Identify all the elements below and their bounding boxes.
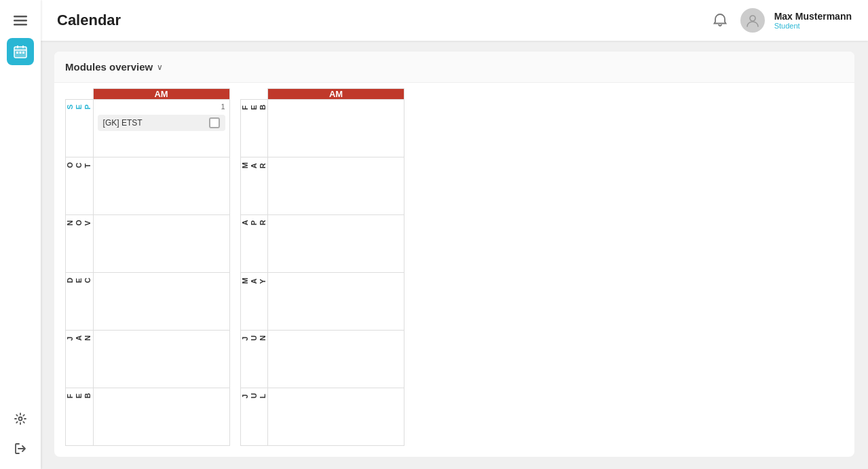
- data-cell-oct-col1: [93, 157, 229, 215]
- modules-overview-label[interactable]: Modules overview: [65, 61, 153, 73]
- calendar-grid: AM AM SEP: [54, 83, 854, 457]
- data-cell-feb-col3: [268, 100, 404, 157]
- table-row: NOV APR: [66, 215, 404, 273]
- settings-icon[interactable]: [8, 407, 33, 431]
- svg-point-11: [750, 16, 755, 21]
- modules-overview-bar[interactable]: Modules overview ∨: [54, 52, 854, 83]
- sidebar: [0, 0, 41, 469]
- data-cell-dec-col1: [93, 273, 229, 331]
- logout-icon[interactable]: [8, 436, 33, 461]
- data-cell-jan-col1: [93, 331, 229, 388]
- data-cell-nov-col1: [93, 215, 229, 273]
- page-title: Calendar: [57, 12, 121, 29]
- svg-rect-9: [22, 52, 24, 54]
- month-label-may: MAY: [240, 273, 268, 331]
- table-row: OCT MAR: [66, 157, 404, 215]
- svg-rect-0: [14, 16, 27, 18]
- svg-rect-2: [14, 24, 27, 26]
- sidebar-bottom-actions: [8, 407, 33, 461]
- month-label-jun: JUN: [240, 331, 268, 388]
- user-name: Max Mustermann: [774, 11, 852, 22]
- month-label-apr: APR: [240, 215, 268, 273]
- svg-rect-8: [20, 52, 22, 54]
- data-cell-apr-col3: [268, 215, 404, 273]
- col3-header: AM: [268, 89, 404, 100]
- svg-rect-7: [16, 52, 18, 54]
- month-label-jul: JUL: [240, 388, 268, 446]
- month-label-jan: JAN: [66, 331, 94, 388]
- data-cell-sep-col1: 1 [GK] ETST: [93, 100, 229, 157]
- calendar-nav-icon[interactable]: [7, 38, 34, 65]
- table-row: JAN JUN: [66, 331, 404, 388]
- course-chip-gk-etst: [GK] ETST: [98, 115, 225, 131]
- main-content: Calendar Max Mustermann Student: [41, 0, 868, 469]
- month-label-feb-right: FEB: [240, 100, 268, 157]
- table-row: FEB JUL: [66, 388, 404, 446]
- course-label: [GK] ETST: [103, 118, 143, 128]
- header: Calendar Max Mustermann Student: [41, 0, 868, 41]
- col1-header: AM: [93, 89, 229, 100]
- hamburger-menu-icon[interactable]: [8, 8, 33, 33]
- course-checkbox[interactable]: [209, 117, 220, 128]
- user-info: Max Mustermann Student: [774, 11, 852, 30]
- table-row: SEP 1 [GK] ETST FEB: [66, 100, 404, 157]
- header-right: Max Mustermann Student: [709, 8, 852, 33]
- svg-rect-5: [22, 45, 24, 48]
- content-area: Modules overview ∨ AM: [41, 41, 868, 469]
- svg-point-10: [19, 417, 22, 421]
- month-label-nov: NOV: [66, 215, 94, 273]
- chevron-down-icon[interactable]: ∨: [157, 62, 163, 72]
- svg-rect-4: [17, 45, 18, 48]
- avatar: [740, 8, 765, 33]
- notification-bell-icon[interactable]: [709, 10, 731, 31]
- user-role: Student: [774, 22, 852, 30]
- calendar-table: AM AM SEP: [65, 88, 404, 446]
- data-cell-feb-col1: [93, 388, 229, 446]
- svg-rect-6: [14, 50, 26, 51]
- data-cell-jun-col3: [268, 331, 404, 388]
- calendar-card: Modules overview ∨ AM: [54, 52, 854, 457]
- table-row: DEC MAY: [66, 273, 404, 331]
- svg-rect-1: [14, 20, 27, 22]
- month-label-feb-left: FEB: [66, 388, 94, 446]
- month-label-sep: SEP: [66, 100, 94, 157]
- month-label-mar: MAR: [240, 157, 268, 215]
- data-cell-may-col3: [268, 273, 404, 331]
- data-cell-jul-col3: [268, 388, 404, 446]
- data-cell-mar-col3: [268, 157, 404, 215]
- month-label-dec: DEC: [66, 273, 94, 331]
- month-label-oct: OCT: [66, 157, 94, 215]
